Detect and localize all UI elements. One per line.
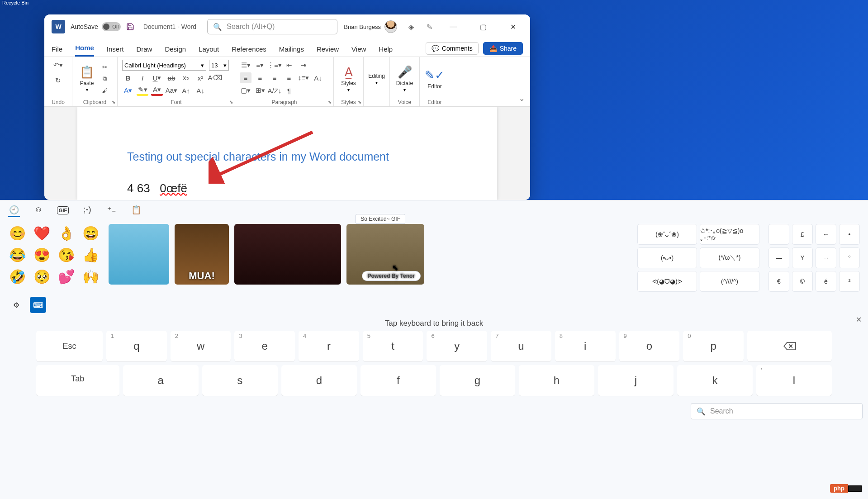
tab-draw[interactable]: Draw <box>136 45 152 57</box>
emoji-item[interactable]: 💕 <box>57 267 75 285</box>
clipboard-dialog-icon[interactable]: ⬊ <box>112 100 115 105</box>
shading-icon[interactable]: ▢▾ <box>240 85 251 96</box>
symbol-item[interactable]: ← <box>816 224 836 245</box>
gif-excited[interactable]: Powered By Tenor ⬉ <box>346 224 424 285</box>
key-o[interactable]: 9o <box>619 331 680 361</box>
superscript-icon[interactable]: x² <box>194 72 206 83</box>
key-u[interactable]: 7u <box>491 331 551 361</box>
bold-icon[interactable]: B <box>122 72 134 83</box>
multilevel-icon[interactable]: ⋮≡▾ <box>269 60 280 71</box>
symbol-item[interactable]: € <box>768 271 789 292</box>
key-y[interactable]: 6y <box>427 331 487 361</box>
key-esc[interactable]: Esc <box>36 331 103 361</box>
strike-icon[interactable]: ab <box>166 72 177 83</box>
font-name-combo[interactable]: Calibri Light (Headings)▾ <box>122 60 206 71</box>
kaomoji-item[interactable]: ✩*:･｡o(≧▽≦)o ｡･:*✩ <box>700 224 759 245</box>
tab-insert[interactable]: Insert <box>107 45 124 57</box>
italic-icon[interactable]: I <box>137 72 148 83</box>
paragraph-dialog-icon[interactable]: ⬊ <box>328 100 332 105</box>
search-box[interactable]: 🔍 Search (Alt+Q) <box>207 19 337 34</box>
save-icon[interactable] <box>126 23 134 31</box>
symbol-item[interactable]: ¥ <box>792 247 813 268</box>
emoji-item[interactable]: 👍 <box>81 246 100 264</box>
numbering-icon[interactable]: ≡▾ <box>254 60 266 71</box>
kaomoji-item[interactable]: (*/ω＼*) <box>700 247 759 268</box>
key-q[interactable]: 1q <box>106 331 167 361</box>
key-k[interactable]: k <box>677 365 753 396</box>
highlight-icon[interactable]: ✎▾ <box>137 85 148 96</box>
change-case-icon[interactable]: Aa▾ <box>166 85 177 96</box>
kaomoji-item[interactable]: (❀ˆᴗˆ❀) <box>637 224 697 245</box>
tab-help[interactable]: Help <box>379 45 393 57</box>
tab-references[interactable]: References <box>232 45 266 57</box>
undo-icon[interactable]: ↶▾ <box>52 60 64 71</box>
editor-button[interactable]: ✎✓ Editor <box>424 60 445 98</box>
key-r[interactable]: 4r <box>299 331 359 361</box>
symbol-item[interactable]: → <box>816 247 836 268</box>
tab-layout[interactable]: Layout <box>199 45 219 57</box>
symbol-item[interactable]: é <box>816 271 836 292</box>
styles-button[interactable]: A̲ Styles▾ <box>338 60 359 98</box>
clipboard-tab-icon[interactable]: 📋 <box>130 204 142 217</box>
key-s[interactable]: s <box>202 365 278 396</box>
symbol-item[interactable]: — <box>768 224 789 245</box>
bullets-icon[interactable]: ☰▾ <box>240 60 251 71</box>
emoji-item[interactable]: 😊 <box>8 224 26 242</box>
diamond-icon[interactable]: ◈ <box>407 23 415 31</box>
underline-icon[interactable]: U▾ <box>151 72 163 83</box>
pen-icon[interactable]: ✎ <box>425 23 433 31</box>
font-color-icon[interactable]: A▾ <box>151 85 163 96</box>
symbol-item[interactable]: — <box>768 247 789 268</box>
emoji-item[interactable]: 👌 <box>57 224 75 242</box>
grow-font-icon[interactable]: A↑ <box>180 85 192 96</box>
share-button[interactable]: 📤 Share <box>483 42 523 55</box>
align-left-icon[interactable]: ≡ <box>240 72 251 83</box>
key-w[interactable]: 2w <box>171 331 231 361</box>
increase-indent-icon[interactable]: ⇥ <box>298 60 309 71</box>
comments-button[interactable]: 💬 Comments <box>426 42 479 55</box>
symbol-item[interactable]: • <box>839 224 860 245</box>
emoji-item[interactable]: 🤣 <box>8 267 26 285</box>
key-d[interactable]: d <box>281 365 357 396</box>
kaomoji-item[interactable]: (^////^) <box>700 271 759 292</box>
settings-gear-icon[interactable]: ⚙ <box>8 297 24 313</box>
key-e[interactable]: 3e <box>234 331 295 361</box>
cut-icon[interactable]: ✂ <box>100 62 109 71</box>
emoji-item[interactable]: 🙌 <box>81 267 100 285</box>
symbol-item[interactable]: © <box>792 271 813 292</box>
symbol-item[interactable]: £ <box>792 224 813 245</box>
emoji-item[interactable]: 😍 <box>33 246 51 264</box>
gif-tab-icon[interactable]: GIF <box>57 206 69 214</box>
tab-file[interactable]: File <box>52 45 62 57</box>
emoji-item[interactable]: 🥺 <box>33 267 51 285</box>
gif-minion[interactable]: MUA! <box>175 224 229 285</box>
symbols-tab-icon[interactable]: ⁺₋ <box>106 204 118 217</box>
key-h[interactable]: h <box>519 365 594 396</box>
tab-view[interactable]: View <box>351 45 366 57</box>
key-a[interactable]: a <box>123 365 199 396</box>
close-button[interactable]: ✕ <box>503 20 523 33</box>
keyboard-close-icon[interactable]: ✕ <box>856 315 862 324</box>
shrink-font-icon[interactable]: A↓ <box>194 85 206 96</box>
tab-design[interactable]: Design <box>165 45 186 57</box>
sort-az-icon[interactable]: A/Z↓ <box>269 85 280 96</box>
key-tab[interactable]: Tab <box>36 365 119 396</box>
key-p[interactable]: 0p <box>683 331 744 361</box>
editing-button[interactable]: Editing▾ <box>368 60 385 98</box>
kaomoji-item[interactable]: (•ᴗ•) <box>637 247 697 268</box>
key-j[interactable]: j <box>598 365 674 396</box>
justify-icon[interactable]: ≡ <box>283 72 295 83</box>
emoji-search-box[interactable]: 🔍 Search <box>691 403 863 419</box>
font-dialog-icon[interactable]: ⬊ <box>229 100 233 105</box>
key-backspace[interactable] <box>747 331 832 361</box>
collapse-ribbon-icon[interactable]: ⌄ <box>519 94 525 103</box>
kaomoji-tab-icon[interactable]: ;-) <box>81 204 93 217</box>
symbol-item[interactable]: ² <box>839 271 860 292</box>
borders-icon[interactable]: ⊞▾ <box>254 85 266 96</box>
recent-tab-icon[interactable]: 🕘 <box>8 204 20 217</box>
symbol-item[interactable]: ° <box>839 247 860 268</box>
tab-home[interactable]: Home <box>75 44 94 57</box>
subscript-icon[interactable]: x₂ <box>180 72 192 83</box>
gif-clippy[interactable] <box>109 224 169 285</box>
align-center-icon[interactable]: ≡ <box>254 72 266 83</box>
